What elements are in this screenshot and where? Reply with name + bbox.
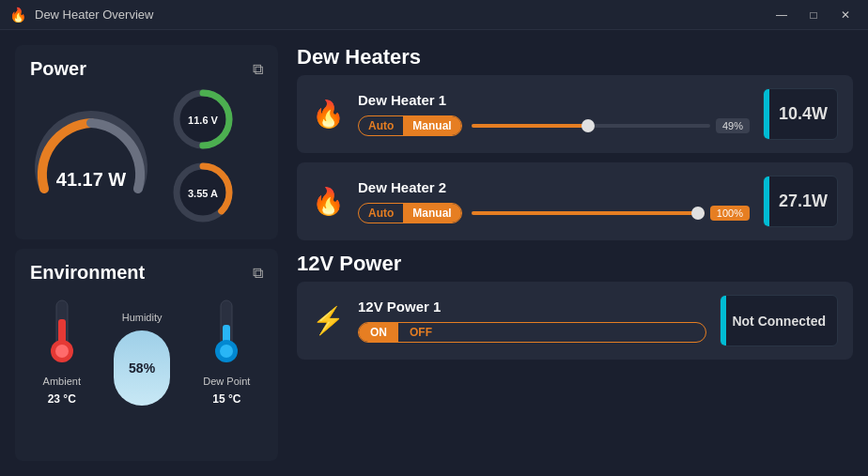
- voltage-gauge: 11.6 V: [171, 87, 235, 151]
- app-title: Dew Heater Overview: [35, 8, 153, 22]
- power12v-toggle: ON OFF: [358, 322, 706, 343]
- humidity-circle: 58%: [114, 330, 170, 406]
- heater-card-2: 🔥 Dew Heater 2 Auto Manual: [297, 162, 853, 240]
- svg-point-13: [220, 345, 233, 358]
- power-display: 41.17 W 11.6 V: [30, 87, 263, 224]
- left-panel: Power ⧉ 41.17 W: [15, 45, 278, 461]
- heater-1-slider-badge: 49%: [716, 118, 750, 133]
- heater-2-power-value: 27.1W: [779, 192, 828, 211]
- current-gauge-svg: 3.55 A: [171, 161, 235, 224]
- dew-heaters-section: Dew Heaters 🔥 Dew Heater 1 Auto Manual: [297, 45, 853, 240]
- power12v-off-button[interactable]: OFF: [398, 323, 443, 342]
- heater-1-power-display: 10.4W: [763, 88, 838, 140]
- heater-1-manual-button[interactable]: Manual: [403, 116, 460, 135]
- ambient-thermometer-svg: [46, 295, 78, 370]
- heater-1-power-bar: [764, 89, 769, 139]
- heater-2-slider-fill: [472, 211, 705, 215]
- ambient-container: Ambient 23 °C: [43, 295, 81, 406]
- heater-2-slider-track[interactable]: [472, 211, 705, 215]
- heater-1-mode-toggle: Auto Manual: [358, 115, 462, 136]
- power12v-section: 12V Power ⚡ 12V Power 1 ON OFF Not Conne…: [297, 252, 853, 360]
- ambient-label: Ambient: [43, 376, 81, 387]
- power12v-status-bar: [721, 296, 726, 345]
- env-expand-icon[interactable]: ⧉: [253, 265, 263, 282]
- dewpoint-thermometer-svg: [210, 295, 242, 370]
- heater-card-1: 🔥 Dew Heater 1 Auto Manual: [297, 75, 853, 153]
- heater-2-name: Dew Heater 2: [358, 179, 750, 195]
- power12v-card-1: ⚡ 12V Power 1 ON OFF Not Connected: [297, 282, 853, 360]
- heater-2-slider-thumb[interactable]: [691, 207, 705, 220]
- power12v-info: 12V Power 1 ON OFF: [358, 299, 706, 343]
- heater-1-slider-fill: [472, 124, 589, 128]
- dewpoint-container: Dew Point 15 °C: [203, 295, 250, 406]
- humidity-value: 58%: [129, 361, 155, 376]
- humidity-container: Humidity 58%: [114, 312, 170, 406]
- mini-gauges: 11.6 V 3.55 A: [171, 87, 235, 224]
- heater-1-slider-track[interactable]: [472, 124, 710, 128]
- close-button[interactable]: ✕: [832, 6, 859, 24]
- main-gauge: 41.17 W: [30, 114, 152, 198]
- power12v-status-display: Not Connected: [720, 295, 838, 346]
- svg-text:11.6 V: 11.6 V: [188, 115, 218, 126]
- minimize-button[interactable]: —: [768, 6, 795, 24]
- power12v-title: 12V Power: [297, 252, 853, 276]
- heater-2-flame-icon: 🔥: [312, 186, 345, 217]
- humidity-label: Humidity: [122, 312, 163, 323]
- dewpoint-value: 15 °C: [212, 392, 240, 406]
- power-title: Power: [30, 58, 86, 80]
- heater-2-slider-container: 100%: [472, 206, 750, 221]
- titlebar: 🔥 Dew Heater Overview — □ ✕: [0, 0, 868, 30]
- power12v-name: 12V Power 1: [358, 299, 706, 315]
- voltage-gauge-svg: 11.6 V: [171, 87, 235, 151]
- maximize-button[interactable]: □: [800, 6, 827, 24]
- right-panel: Dew Heaters 🔥 Dew Heater 1 Auto Manual: [297, 45, 853, 461]
- dewpoint-label: Dew Point: [203, 376, 250, 387]
- heater-2-power-display: 27.1W: [763, 176, 838, 227]
- heater-2-auto-button[interactable]: Auto: [359, 204, 403, 223]
- environment-section: Environment ⧉ Ambient 23 °C: [15, 249, 278, 461]
- main-content: Power ⧉ 41.17 W: [0, 30, 868, 476]
- ambient-value: 23 °C: [48, 392, 76, 406]
- heater-1-slider-container: 49%: [472, 118, 750, 133]
- titlebar-left: 🔥 Dew Heater Overview: [9, 7, 153, 23]
- power-expand-icon[interactable]: ⧉: [253, 61, 263, 78]
- heater-1-auto-button[interactable]: Auto: [359, 116, 403, 135]
- bolt-icon: ⚡: [312, 305, 345, 336]
- heater-2-info: Dew Heater 2 Auto Manual 100%: [358, 179, 750, 223]
- power-watts-value: 41.17 W: [56, 169, 126, 191]
- power12v-status-value: Not Connected: [732, 314, 826, 329]
- heater-2-mode-toggle: Auto Manual: [358, 203, 462, 223]
- svg-text:3.55 A: 3.55 A: [188, 188, 218, 199]
- env-title: Environment: [30, 262, 145, 284]
- heater-2-manual-button[interactable]: Manual: [403, 204, 460, 223]
- heater-1-flame-icon: 🔥: [312, 99, 345, 130]
- app-icon: 🔥: [9, 7, 27, 23]
- heater-1-name: Dew Heater 1: [358, 92, 750, 108]
- dew-heaters-title: Dew Heaters: [297, 45, 853, 69]
- env-display: Ambient 23 °C Humidity 58%: [30, 295, 263, 406]
- svg-point-9: [55, 345, 69, 358]
- power-section: Power ⧉ 41.17 W: [15, 45, 278, 239]
- heater-1-power-value: 10.4W: [779, 104, 828, 124]
- heater-1-controls: Auto Manual 49%: [358, 115, 750, 136]
- heater-1-info: Dew Heater 1 Auto Manual 49%: [358, 92, 750, 136]
- heater-1-slider-thumb[interactable]: [581, 119, 595, 132]
- heater-2-controls: Auto Manual 100%: [358, 203, 750, 223]
- heater-2-power-bar: [764, 177, 769, 226]
- power12v-on-button[interactable]: ON: [359, 323, 398, 342]
- heater-2-slider-badge: 100%: [710, 206, 750, 221]
- current-gauge: 3.55 A: [171, 161, 235, 224]
- titlebar-controls: — □ ✕: [768, 6, 859, 24]
- env-header: Environment ⧉: [30, 262, 263, 284]
- power-header: Power ⧉: [30, 58, 263, 80]
